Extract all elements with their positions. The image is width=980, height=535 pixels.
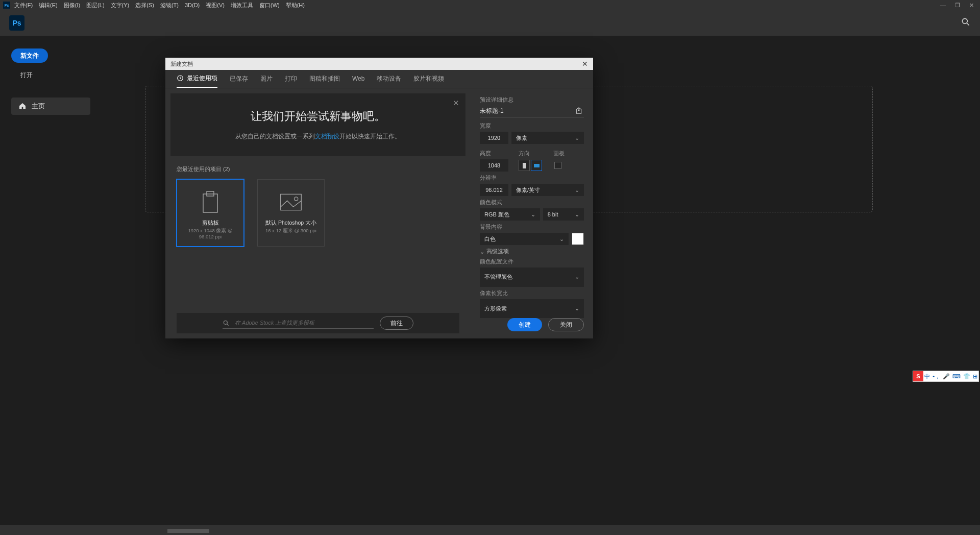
width-input[interactable]: 1920	[480, 132, 508, 144]
window-controls: — ❐ ✕	[940, 2, 977, 9]
orientation-landscape-button[interactable]	[531, 160, 542, 171]
new-file-button[interactable]: 新文件	[11, 48, 48, 63]
preset-list: 剪贴板1920 x 1048 像素 @ 96.012 ppi默认 Photosh…	[165, 177, 471, 249]
color-profile-select[interactable]: 不管理颜色⌄	[480, 268, 584, 287]
dialog-tab[interactable]: 移动设备	[377, 69, 401, 88]
stock-search-bar: 在 Adobe Stock 上查找更多模板 前往	[177, 313, 459, 333]
label-orientation: 方向	[519, 150, 543, 157]
preset-title: 默认 Photoshop 大小	[265, 220, 316, 227]
resolution-input[interactable]: 96.012	[480, 184, 508, 196]
svg-line-1	[967, 23, 969, 26]
chevron-down-icon: ⌄	[559, 236, 564, 242]
menu-item[interactable]: 窗口(W)	[259, 2, 280, 8]
color-mode-select[interactable]: RGB 颜色⌄	[480, 208, 540, 221]
artboard-checkbox[interactable]	[554, 162, 561, 169]
dialog-tab[interactable]: 图稿和插图	[309, 69, 340, 88]
ime-mic-icon[interactable]: 🎤	[943, 373, 950, 380]
chevron-down-icon: ⌄	[575, 211, 579, 218]
sidebar-item-home[interactable]: 主页	[11, 98, 90, 115]
open-button[interactable]: 打开	[11, 68, 132, 82]
image-icon	[279, 192, 303, 212]
app-badge-icon: Ps	[3, 2, 10, 9]
dialog-tab[interactable]: 照片	[260, 69, 273, 88]
svg-point-6	[294, 197, 298, 201]
stock-go-button[interactable]: 前往	[380, 317, 413, 330]
svg-line-8	[227, 324, 229, 325]
sogou-logo-icon: S	[913, 371, 923, 381]
save-preset-icon[interactable]	[574, 106, 584, 116]
background-color-swatch[interactable]	[572, 233, 584, 245]
orientation-portrait-button[interactable]	[519, 160, 530, 171]
clipboard-icon	[200, 190, 220, 214]
menubar: Ps 文件(F)编辑(E)图像(I)图层(L)文字(Y)选择(S)滤镜(T)3D…	[0, 0, 980, 10]
label-aspect: 像素长宽比	[480, 290, 584, 297]
menu-item[interactable]: 帮助(H)	[286, 2, 305, 8]
menu-item[interactable]: 文件(F)	[14, 2, 33, 8]
welcome-subtitle: 从您自己的文档设置或一系列文档预设开始以快速开始工作。	[181, 132, 455, 141]
create-button[interactable]: 创建	[507, 318, 542, 331]
preset-title: 剪贴板	[202, 220, 219, 227]
ime-tray[interactable]: S 中 •， 🎤 ⌨ 👕 ⊞	[913, 371, 979, 382]
svg-rect-3	[203, 194, 217, 212]
bit-depth-select[interactable]: 8 bit⌄	[543, 208, 584, 221]
close-window-button[interactable]: ✕	[969, 2, 974, 9]
menu-item[interactable]: 编辑(E)	[39, 2, 58, 8]
maximize-button[interactable]: ❐	[955, 2, 960, 9]
ime-lang[interactable]: 中	[924, 373, 930, 380]
stock-search-placeholder: 在 Adobe Stock 上查找更多模板	[235, 319, 315, 327]
close-button[interactable]: 关闭	[548, 318, 584, 331]
preset-card[interactable]: 默认 Photoshop 大小16 x 12 厘米 @ 300 ppi	[257, 179, 325, 247]
welcome-close-icon[interactable]: ✕	[453, 99, 459, 108]
dialog-tab[interactable]: 最近使用项	[177, 69, 217, 88]
left-rail: 新文件 打开 主页	[0, 36, 143, 525]
resolution-unit-select[interactable]: 像素/英寸⌄	[511, 184, 584, 196]
menu-item[interactable]: 图像(I)	[64, 2, 80, 8]
label-background: 背景内容	[480, 224, 584, 231]
preset-card[interactable]: 剪贴板1920 x 1048 像素 @ 96.012 ppi	[177, 179, 244, 247]
unit-select[interactable]: 像素⌄	[511, 132, 584, 144]
menu-item[interactable]: 选择(S)	[135, 2, 154, 8]
doc-presets-link[interactable]: 文档预设	[315, 133, 339, 140]
dialog-tabs: 最近使用项已保存照片打印图稿和插图Web移动设备胶片和视频	[165, 70, 593, 88]
label-colormode: 颜色模式	[480, 199, 584, 206]
preset-name-input[interactable]: 未标题-1	[480, 107, 504, 115]
menu-item[interactable]: 3D(D)	[185, 2, 200, 8]
background-select[interactable]: 白色⌄	[480, 233, 569, 245]
label-resolution: 分辨率	[480, 175, 584, 182]
sidebar-item-label: 主页	[32, 102, 45, 111]
menu-item[interactable]: 滤镜(T)	[160, 2, 179, 8]
dialog-close-icon[interactable]: ✕	[582, 60, 588, 68]
welcome-card: ✕ 让我们开始尝试新事物吧。 从您自己的文档设置或一系列文档预设开始以快速开始工…	[170, 93, 465, 156]
dialog-tab[interactable]: 胶片和视频	[413, 69, 444, 88]
menu-item[interactable]: 图层(L)	[86, 2, 104, 8]
label-width: 宽度	[480, 123, 584, 130]
svg-point-0	[962, 18, 967, 23]
search-icon[interactable]	[961, 17, 971, 29]
advanced-toggle[interactable]: ⌄高级选项	[480, 248, 584, 255]
welcome-title: 让我们开始尝试新事物吧。	[181, 109, 455, 124]
dialog-tab[interactable]: 已保存	[230, 69, 248, 88]
app-header: Ps	[0, 10, 980, 36]
scrollbar-thumb[interactable]	[167, 529, 209, 533]
dialog-titlebar: 新建文档 ✕	[165, 58, 593, 70]
menu-item[interactable]: 增效工具	[231, 2, 253, 8]
ime-menu-icon[interactable]: ⊞	[973, 373, 977, 380]
menu-item[interactable]: 视图(V)	[206, 2, 225, 8]
ime-punct-icon[interactable]: •，	[933, 373, 940, 380]
chevron-down-icon: ⌄	[575, 274, 579, 280]
dialog-tab[interactable]: Web	[352, 69, 364, 88]
height-input[interactable]: 1048	[480, 159, 508, 172]
stock-search-input[interactable]: 在 Adobe Stock 上查找更多模板	[223, 318, 374, 329]
ime-skin-icon[interactable]: 👕	[963, 373, 970, 380]
label-artboard: 画板	[553, 150, 565, 157]
pixel-aspect-select[interactable]: 方形像素⌄	[480, 299, 584, 319]
chevron-down-icon: ⌄	[480, 249, 484, 255]
chevron-down-icon: ⌄	[531, 211, 535, 218]
ime-keyboard-icon[interactable]: ⌨	[952, 373, 961, 380]
chevron-down-icon: ⌄	[575, 135, 579, 141]
chevron-down-icon: ⌄	[575, 305, 579, 312]
menu-item[interactable]: 文字(Y)	[111, 2, 130, 8]
dialog-tab[interactable]: 打印	[285, 69, 297, 88]
minimize-button[interactable]: —	[940, 2, 946, 9]
dialog-left-pane: ✕ 让我们开始尝试新事物吧。 从您自己的文档设置或一系列文档预设开始以快速开始工…	[165, 88, 471, 338]
